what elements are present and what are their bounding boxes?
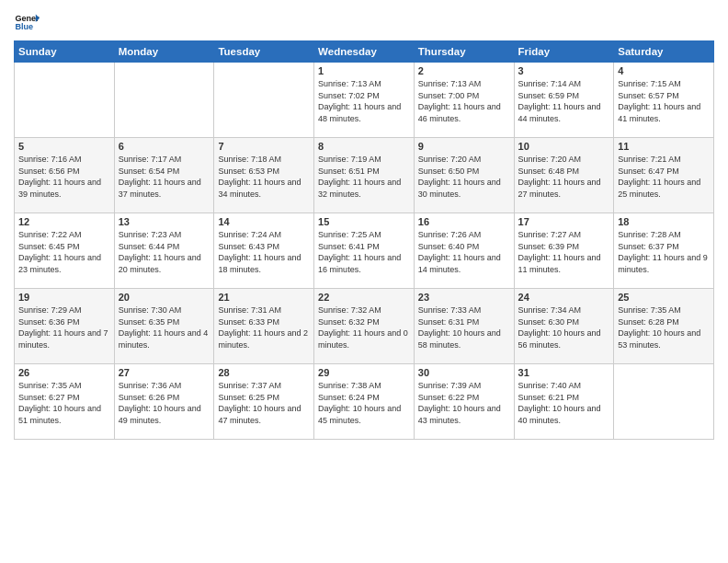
weekday-header-friday: Friday [514, 41, 614, 63]
day-info: Sunrise: 7:38 AM Sunset: 6:24 PM Dayligh… [318, 380, 410, 426]
day-number: 2 [418, 65, 510, 76]
day-info: Sunrise: 7:36 AM Sunset: 6:26 PM Dayligh… [119, 380, 210, 426]
day-info: Sunrise: 7:15 AM Sunset: 6:57 PM Dayligh… [618, 78, 710, 124]
day-number: 5 [18, 141, 110, 152]
page: General Blue SundayMondayTuesdayWednesda… [0, 0, 728, 563]
day-number: 26 [18, 367, 110, 378]
day-info: Sunrise: 7:25 AM Sunset: 6:41 PM Dayligh… [318, 229, 410, 275]
calendar-cell: 24Sunrise: 7:34 AM Sunset: 6:30 PM Dayli… [514, 289, 614, 364]
calendar-cell: 29Sunrise: 7:38 AM Sunset: 6:24 PM Dayli… [314, 364, 415, 440]
day-number: 21 [218, 292, 310, 303]
calendar-cell [15, 63, 115, 138]
day-number: 3 [518, 65, 610, 76]
day-info: Sunrise: 7:39 AM Sunset: 6:22 PM Dayligh… [418, 380, 510, 426]
calendar-cell: 17Sunrise: 7:27 AM Sunset: 6:39 PM Dayli… [514, 213, 614, 289]
calendar-cell: 6Sunrise: 7:17 AM Sunset: 6:54 PM Daylig… [114, 138, 214, 213]
logo: General Blue [14, 9, 40, 35]
day-number: 8 [318, 141, 410, 152]
weekday-header-saturday: Saturday [614, 41, 714, 63]
day-number: 14 [218, 216, 310, 227]
calendar-cell: 21Sunrise: 7:31 AM Sunset: 6:33 PM Dayli… [214, 289, 314, 364]
day-info: Sunrise: 7:35 AM Sunset: 6:28 PM Dayligh… [618, 304, 710, 350]
day-info: Sunrise: 7:31 AM Sunset: 6:33 PM Dayligh… [218, 304, 310, 350]
week-row-3: 19Sunrise: 7:29 AM Sunset: 6:36 PM Dayli… [15, 289, 714, 364]
day-number: 11 [618, 141, 710, 152]
day-number: 16 [418, 216, 510, 227]
day-number: 29 [318, 367, 410, 378]
calendar-cell: 10Sunrise: 7:20 AM Sunset: 6:48 PM Dayli… [514, 138, 614, 213]
calendar-table: SundayMondayTuesdayWednesdayThursdayFrid… [14, 40, 714, 440]
day-info: Sunrise: 7:16 AM Sunset: 6:56 PM Dayligh… [18, 154, 110, 200]
day-number: 17 [518, 216, 610, 227]
day-info: Sunrise: 7:28 AM Sunset: 6:37 PM Dayligh… [618, 229, 710, 275]
week-row-1: 5Sunrise: 7:16 AM Sunset: 6:56 PM Daylig… [15, 138, 714, 213]
weekday-header-thursday: Thursday [414, 41, 514, 63]
calendar-cell: 9Sunrise: 7:20 AM Sunset: 6:50 PM Daylig… [414, 138, 514, 213]
calendar-cell: 27Sunrise: 7:36 AM Sunset: 6:26 PM Dayli… [114, 364, 214, 440]
weekday-header-row: SundayMondayTuesdayWednesdayThursdayFrid… [15, 41, 714, 63]
day-info: Sunrise: 7:26 AM Sunset: 6:40 PM Dayligh… [418, 229, 510, 275]
day-number: 10 [518, 141, 610, 152]
header: General Blue [14, 9, 714, 35]
calendar-cell: 1Sunrise: 7:13 AM Sunset: 7:02 PM Daylig… [314, 63, 415, 138]
day-info: Sunrise: 7:33 AM Sunset: 6:31 PM Dayligh… [418, 304, 510, 350]
calendar-cell: 2Sunrise: 7:13 AM Sunset: 7:00 PM Daylig… [414, 63, 514, 138]
calendar-cell: 13Sunrise: 7:23 AM Sunset: 6:44 PM Dayli… [114, 213, 214, 289]
day-number: 9 [418, 141, 510, 152]
calendar-cell: 11Sunrise: 7:21 AM Sunset: 6:47 PM Dayli… [614, 138, 714, 213]
svg-text:Blue: Blue [15, 22, 33, 31]
day-number: 15 [318, 216, 410, 227]
day-info: Sunrise: 7:37 AM Sunset: 6:25 PM Dayligh… [218, 380, 310, 426]
calendar-cell: 20Sunrise: 7:30 AM Sunset: 6:35 PM Dayli… [114, 289, 214, 364]
day-info: Sunrise: 7:24 AM Sunset: 6:43 PM Dayligh… [218, 229, 310, 275]
day-info: Sunrise: 7:22 AM Sunset: 6:45 PM Dayligh… [18, 229, 110, 275]
calendar-cell: 3Sunrise: 7:14 AM Sunset: 6:59 PM Daylig… [514, 63, 614, 138]
day-info: Sunrise: 7:20 AM Sunset: 6:50 PM Dayligh… [418, 154, 510, 200]
day-number: 7 [218, 141, 310, 152]
calendar-cell: 30Sunrise: 7:39 AM Sunset: 6:22 PM Dayli… [414, 364, 514, 440]
calendar-cell [614, 364, 714, 440]
day-number: 30 [418, 367, 510, 378]
weekday-header-tuesday: Tuesday [214, 41, 314, 63]
day-number: 27 [119, 367, 210, 378]
day-number: 19 [18, 292, 110, 303]
day-number: 23 [418, 292, 510, 303]
calendar-cell: 14Sunrise: 7:24 AM Sunset: 6:43 PM Dayli… [214, 213, 314, 289]
day-info: Sunrise: 7:19 AM Sunset: 6:51 PM Dayligh… [318, 154, 410, 200]
day-info: Sunrise: 7:29 AM Sunset: 6:36 PM Dayligh… [18, 304, 110, 350]
week-row-4: 26Sunrise: 7:35 AM Sunset: 6:27 PM Dayli… [15, 364, 714, 440]
day-info: Sunrise: 7:17 AM Sunset: 6:54 PM Dayligh… [119, 154, 210, 200]
day-info: Sunrise: 7:20 AM Sunset: 6:48 PM Dayligh… [518, 154, 610, 200]
day-number: 18 [618, 216, 710, 227]
calendar-cell: 19Sunrise: 7:29 AM Sunset: 6:36 PM Dayli… [15, 289, 115, 364]
week-row-0: 1Sunrise: 7:13 AM Sunset: 7:02 PM Daylig… [15, 63, 714, 138]
calendar-cell: 18Sunrise: 7:28 AM Sunset: 6:37 PM Dayli… [614, 213, 714, 289]
weekday-header-wednesday: Wednesday [314, 41, 415, 63]
day-number: 22 [318, 292, 410, 303]
day-number: 24 [518, 292, 610, 303]
calendar-cell: 28Sunrise: 7:37 AM Sunset: 6:25 PM Dayli… [214, 364, 314, 440]
calendar-cell: 22Sunrise: 7:32 AM Sunset: 6:32 PM Dayli… [314, 289, 415, 364]
calendar-cell: 26Sunrise: 7:35 AM Sunset: 6:27 PM Dayli… [15, 364, 115, 440]
day-info: Sunrise: 7:21 AM Sunset: 6:47 PM Dayligh… [618, 154, 710, 200]
calendar-cell: 15Sunrise: 7:25 AM Sunset: 6:41 PM Dayli… [314, 213, 415, 289]
day-info: Sunrise: 7:34 AM Sunset: 6:30 PM Dayligh… [518, 304, 610, 350]
day-number: 25 [618, 292, 710, 303]
day-info: Sunrise: 7:32 AM Sunset: 6:32 PM Dayligh… [318, 304, 410, 350]
day-number: 20 [119, 292, 210, 303]
day-number: 6 [119, 141, 210, 152]
calendar-cell: 31Sunrise: 7:40 AM Sunset: 6:21 PM Dayli… [514, 364, 614, 440]
day-number: 1 [318, 65, 410, 76]
calendar-cell: 25Sunrise: 7:35 AM Sunset: 6:28 PM Dayli… [614, 289, 714, 364]
day-info: Sunrise: 7:13 AM Sunset: 7:02 PM Dayligh… [318, 78, 410, 124]
weekday-header-monday: Monday [114, 41, 214, 63]
calendar-cell: 12Sunrise: 7:22 AM Sunset: 6:45 PM Dayli… [15, 213, 115, 289]
calendar-cell: 23Sunrise: 7:33 AM Sunset: 6:31 PM Dayli… [414, 289, 514, 364]
day-number: 13 [119, 216, 210, 227]
calendar-cell: 16Sunrise: 7:26 AM Sunset: 6:40 PM Dayli… [414, 213, 514, 289]
calendar-cell: 7Sunrise: 7:18 AM Sunset: 6:53 PM Daylig… [214, 138, 314, 213]
day-info: Sunrise: 7:40 AM Sunset: 6:21 PM Dayligh… [518, 380, 610, 426]
day-info: Sunrise: 7:35 AM Sunset: 6:27 PM Dayligh… [18, 380, 110, 426]
calendar-cell: 5Sunrise: 7:16 AM Sunset: 6:56 PM Daylig… [15, 138, 115, 213]
logo-icon: General Blue [14, 9, 40, 35]
